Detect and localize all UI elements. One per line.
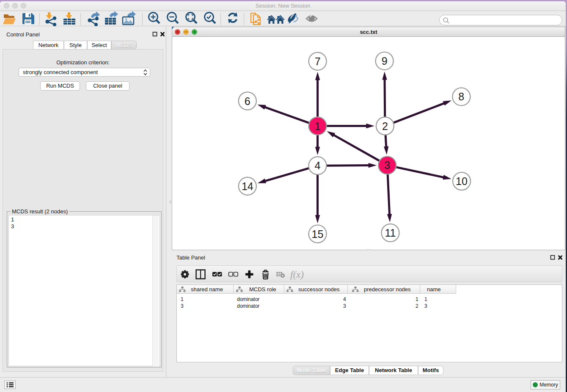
svg-text:6: 6 — [245, 95, 250, 107]
svg-text:14: 14 — [242, 180, 253, 192]
svg-text:4: 4 — [315, 160, 321, 171]
svg-text:15: 15 — [312, 228, 324, 240]
svg-text:9: 9 — [382, 55, 388, 67]
svg-text:8: 8 — [458, 91, 464, 102]
svg-text:1: 1 — [315, 120, 321, 132]
svg-text:10: 10 — [456, 175, 468, 187]
svg-text:2: 2 — [382, 120, 388, 132]
svg-text:f(x): f(x) — [290, 269, 304, 280]
svg-text:3: 3 — [384, 159, 390, 171]
svg-text:7: 7 — [315, 55, 321, 67]
svg-text:11: 11 — [385, 227, 396, 239]
